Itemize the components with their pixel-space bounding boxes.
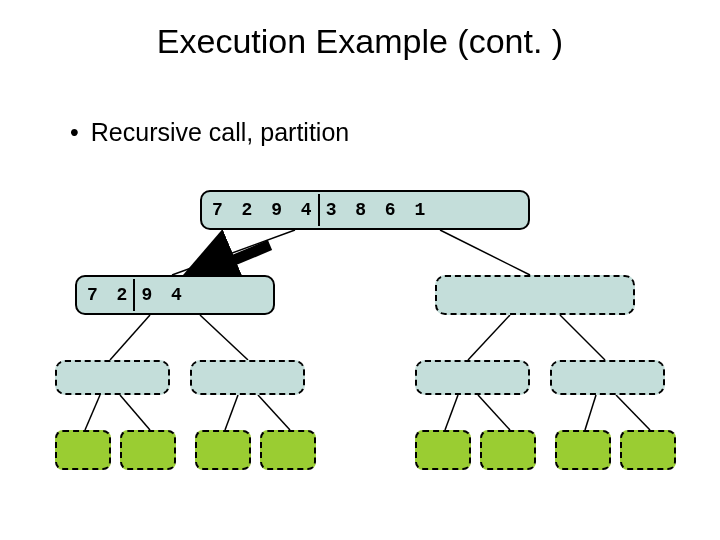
leaf-5: [415, 430, 471, 470]
svg-line-1: [440, 230, 530, 275]
root-box: 7 2 9 4 3 8 6 1: [200, 190, 530, 230]
l2-left-b: 9 4: [141, 285, 185, 305]
level3-box-4: [550, 360, 665, 395]
svg-line-8: [225, 395, 238, 430]
svg-line-10: [445, 395, 458, 430]
leaf-1: [55, 430, 111, 470]
svg-line-2: [110, 315, 150, 360]
leaf-7: [555, 430, 611, 470]
svg-line-6: [85, 395, 100, 430]
svg-line-11: [478, 395, 510, 430]
leaf-8: [620, 430, 676, 470]
leaf-6: [480, 430, 536, 470]
level2-right-box: [435, 275, 635, 315]
root-left: 7 2 9 4: [212, 200, 316, 220]
level3-box-3: [415, 360, 530, 395]
leaf-2: [120, 430, 176, 470]
svg-line-13: [616, 395, 650, 430]
svg-line-5: [560, 315, 605, 360]
level2-left-box: 7 2 9 4: [75, 275, 275, 315]
svg-line-4: [468, 315, 510, 360]
svg-line-3: [200, 315, 248, 360]
svg-line-12: [585, 395, 596, 430]
svg-line-7: [120, 395, 150, 430]
divider-icon: [133, 279, 135, 311]
svg-line-0: [172, 230, 295, 275]
leaf-4: [260, 430, 316, 470]
svg-line-9: [258, 395, 290, 430]
leaf-3: [195, 430, 251, 470]
level3-box-1: [55, 360, 170, 395]
tree-diagram: 7 2 9 4 3 8 6 1 7 2 9 4: [0, 0, 720, 540]
level3-box-2: [190, 360, 305, 395]
root-right: 3 8 6 1: [326, 200, 430, 220]
svg-line-15: [215, 245, 270, 268]
divider-icon: [318, 194, 320, 226]
l2-left-a: 7 2: [87, 285, 131, 305]
